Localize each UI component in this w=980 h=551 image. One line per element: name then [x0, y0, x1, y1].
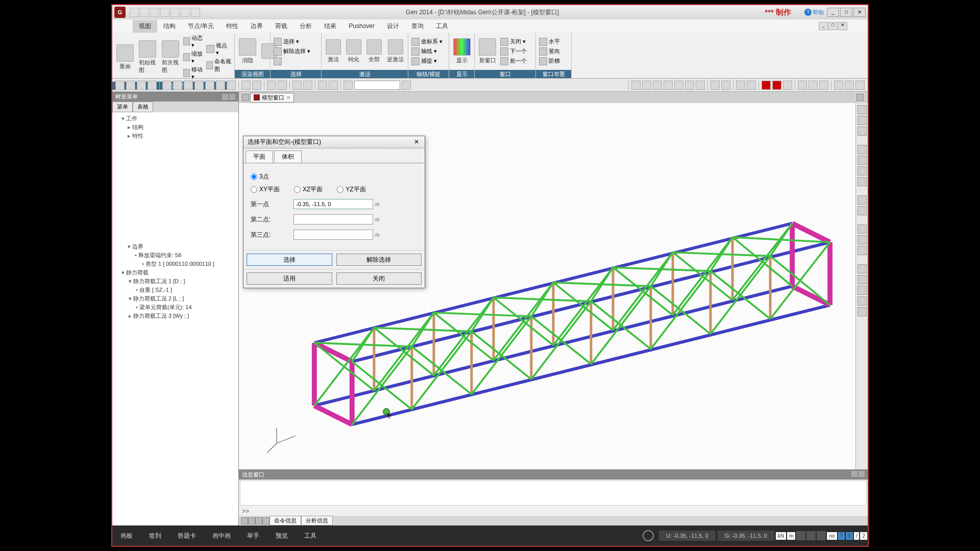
- undo-dropdown[interactable]: [126, 81, 135, 90]
- rtool-btn[interactable]: [857, 145, 867, 154]
- rtool-btn[interactable]: [857, 206, 867, 215]
- rtool-btn[interactable]: [857, 105, 867, 114]
- power-icon[interactable]: [643, 530, 654, 541]
- radio-3point[interactable]: 3点: [251, 172, 269, 181]
- tree-tab-table[interactable]: 表格: [133, 102, 153, 112]
- select-plane-dialog[interactable]: 选择平面和空间-(模型窗口) ✕ 平面 体积 3点 XY平面 XZ平面 YZ平面…: [243, 136, 425, 288]
- menu-result[interactable]: 结果: [318, 20, 342, 33]
- pin-icon[interactable]: [222, 94, 228, 100]
- document-tab[interactable]: 模型窗口 ✕: [250, 93, 294, 103]
- tb-btn[interactable]: [721, 81, 730, 90]
- menu-boundary[interactable]: 边界: [244, 20, 269, 33]
- zoom-dropdown[interactable]: 缩放 ▾: [182, 49, 204, 65]
- status-icon[interactable]: [817, 531, 826, 540]
- dynamic-dropdown[interactable]: 动态 ▾: [182, 34, 204, 49]
- rtool-btn[interactable]: [857, 177, 867, 186]
- select-dropdown[interactable]: 选择 ▾: [273, 37, 311, 46]
- menu-load[interactable]: 荷载: [269, 20, 293, 33]
- tree-node[interactable]: 边界: [114, 242, 236, 251]
- minimize-button[interactable]: _: [827, 8, 839, 17]
- new-window-button[interactable]: 新窗口: [477, 37, 498, 65]
- status-icon[interactable]: [806, 531, 816, 540]
- dialog-tab-plane[interactable]: 平面: [246, 151, 273, 163]
- tb-btn[interactable]: [798, 81, 807, 90]
- info-nav[interactable]: [248, 517, 255, 524]
- rtool-btn[interactable]: [857, 286, 867, 295]
- unit-length[interactable]: m: [787, 532, 795, 540]
- info-tab-analysis[interactable]: 分析信息: [301, 516, 333, 525]
- menu-structure[interactable]: 结构: [157, 20, 182, 33]
- tb-btn[interactable]: [696, 81, 705, 90]
- menu-property[interactable]: 特性: [220, 20, 244, 33]
- named-view-button[interactable]: 命名视图: [205, 57, 232, 73]
- snap-dropdown[interactable]: 捕捉 ▾: [410, 57, 444, 66]
- tb-btn[interactable]: [808, 81, 818, 90]
- rtool-btn[interactable]: [857, 127, 867, 136]
- tb-btn[interactable]: [318, 81, 327, 90]
- tree-node[interactable]: 工作: [114, 114, 236, 123]
- inverse-button[interactable]: 逆激活: [385, 38, 406, 64]
- tb-btn[interactable]: [252, 81, 261, 90]
- status-btn[interactable]: 举手: [239, 530, 267, 542]
- hidden-line-button[interactable]: 消隐: [237, 37, 258, 65]
- close-window-dropdown[interactable]: 关闭 ▾: [499, 37, 528, 46]
- selection-combo[interactable]: [354, 81, 400, 90]
- input-p2[interactable]: [293, 214, 373, 224]
- status-btn[interactable]: 预览: [267, 530, 296, 542]
- tree-node[interactable]: 结构: [114, 123, 236, 132]
- qat-btn[interactable]: [140, 8, 149, 17]
- status-btn[interactable]: 画中画: [204, 530, 239, 542]
- cursor-tool[interactable]: [344, 81, 353, 90]
- tree-node[interactable]: 类型 1 [ 0000110 0000110 ]: [114, 260, 236, 268]
- tb-btn[interactable]: [783, 81, 792, 90]
- redo-button[interactable]: [137, 81, 146, 90]
- qat-btn[interactable]: [130, 8, 139, 17]
- cascade[interactable]: 阶梯: [538, 57, 561, 66]
- rtool-btn[interactable]: [857, 264, 867, 273]
- tree-body[interactable]: 工作 结构 特性 边界 释放梁端约束: 58 类型 1 [ 0000110 00…: [112, 112, 238, 525]
- tile-h[interactable]: 水平: [538, 37, 561, 46]
- info-nav[interactable]: [255, 517, 262, 524]
- next-window[interactable]: 下一个: [499, 47, 528, 56]
- dialog-close-icon[interactable]: ✕: [412, 138, 421, 146]
- qat-btn[interactable]: [170, 8, 180, 17]
- tb-btn[interactable]: [710, 81, 720, 90]
- rtool-btn[interactable]: [857, 116, 867, 125]
- mdi-max[interactable]: □: [828, 22, 838, 30]
- prev-view-button[interactable]: 前次视图: [160, 39, 182, 75]
- tile-v[interactable]: 竖向: [538, 47, 561, 56]
- menu-query[interactable]: 查询: [405, 20, 430, 33]
- tb-btn[interactable]: [303, 81, 312, 90]
- grid-dropdown[interactable]: 轴线 ▾: [410, 47, 444, 56]
- status-two[interactable]: 2: [860, 532, 867, 540]
- tree-node[interactable]: 静力荷载: [114, 268, 236, 277]
- display-button[interactable]: 显示: [451, 37, 473, 65]
- tb-btn[interactable]: [227, 81, 236, 90]
- tree-node[interactable]: 梁单元荷载(单元): 14: [114, 303, 236, 312]
- info-nav[interactable]: [241, 517, 248, 524]
- tree-node[interactable]: 静力荷载工况 3 [Wy ; ]: [114, 312, 236, 320]
- tb-btn[interactable]: [194, 81, 204, 90]
- radio-yz[interactable]: YZ平面: [337, 185, 365, 194]
- tb-btn[interactable]: [631, 81, 641, 90]
- apply-button[interactable]: 适用: [247, 272, 332, 285]
- select-button[interactable]: 选择: [247, 254, 332, 266]
- menu-pushover[interactable]: Pushover: [342, 20, 381, 32]
- radio-xy[interactable]: XY平面: [251, 185, 280, 194]
- command-prompt[interactable]: >>: [239, 507, 868, 516]
- tab-nav-left[interactable]: [242, 94, 249, 101]
- input-p3[interactable]: [293, 230, 373, 240]
- tree-node[interactable]: 释放梁端约束: 58: [114, 251, 236, 260]
- unit-force[interactable]: kN: [776, 532, 786, 540]
- pin-icon[interactable]: [851, 471, 857, 477]
- rtool-btn[interactable]: [857, 166, 867, 176]
- ucs-dropdown[interactable]: 坐标系 ▾: [410, 37, 444, 46]
- menu-analysis[interactable]: 分析: [293, 20, 318, 33]
- menu-tools[interactable]: 工具: [430, 20, 454, 33]
- lock-icon[interactable]: [855, 81, 865, 90]
- select-extra[interactable]: [273, 57, 311, 66]
- rtool-btn[interactable]: [857, 307, 867, 316]
- mdi-close[interactable]: ✕: [838, 22, 847, 30]
- menu-design[interactable]: 设计: [381, 20, 405, 33]
- unselect-dropdown[interactable]: 解除选择 ▾: [273, 47, 311, 56]
